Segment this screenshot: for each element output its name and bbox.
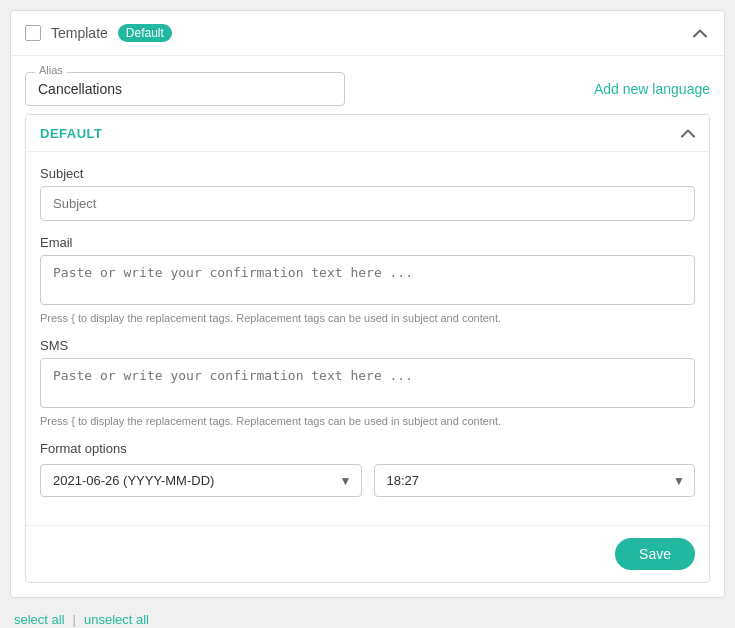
save-button[interactable]: Save [615,538,695,570]
subject-input[interactable] [40,186,695,221]
card-header-left: Template Default [25,24,172,42]
date-format-select[interactable]: 2021-06-26 (YYYY-MM-DD) 06/26/2021 (MM/D… [40,464,362,497]
email-label: Email [40,235,695,250]
unselect-all-link[interactable]: unselect all [84,612,149,627]
subject-field-group: Subject [40,166,695,221]
sms-field-group: SMS Press { to display the replacement t… [40,338,695,427]
form-body: Subject Email Press { to display the rep… [26,152,709,525]
subject-label: Subject [40,166,695,181]
add-language-link[interactable]: Add new language [594,81,710,97]
default-section-header: DEFAULT [26,115,709,152]
separator: | [73,612,76,627]
format-row: 2021-06-26 (YYYY-MM-DD) 06/26/2021 (MM/D… [40,464,695,497]
sms-label: SMS [40,338,695,353]
save-row: Save [26,525,709,582]
alias-input[interactable] [25,72,345,106]
template-label: Template [51,25,108,41]
alias-field-wrap: Alias [25,72,345,106]
time-format-select[interactable]: 18:27 06:27 PM [374,464,696,497]
bottom-bar: select all | unselect all [0,598,735,628]
sms-textarea[interactable] [40,358,695,408]
sms-hint: Press { to display the replacement tags.… [40,415,695,427]
alias-legend: Alias [35,64,67,76]
format-options-label: Format options [40,441,695,456]
default-collapse-button[interactable] [681,125,695,141]
template-checkbox[interactable] [25,25,41,41]
default-badge: Default [118,24,172,42]
select-all-link[interactable]: select all [14,612,65,627]
alias-row: Alias Add new language [11,56,724,114]
main-card: Template Default Alias Add new language … [10,10,725,598]
time-format-wrap: 18:27 06:27 PM ▼ [374,464,696,497]
email-hint: Press { to display the replacement tags.… [40,312,695,324]
email-textarea[interactable] [40,255,695,305]
format-options-group: Format options 2021-06-26 (YYYY-MM-DD) 0… [40,441,695,497]
collapse-button[interactable] [690,23,710,43]
card-header: Template Default [11,11,724,56]
email-field-group: Email Press { to display the replacement… [40,235,695,324]
date-format-wrap: 2021-06-26 (YYYY-MM-DD) 06/26/2021 (MM/D… [40,464,362,497]
default-label: DEFAULT [40,126,102,141]
default-section: DEFAULT Subject Email Press { to display… [25,114,710,583]
